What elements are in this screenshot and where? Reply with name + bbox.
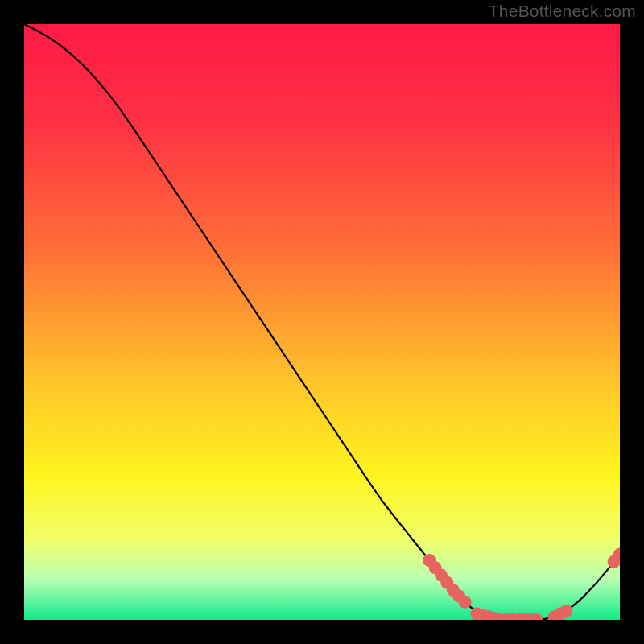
curve-marker [459,596,472,609]
curve-marker [559,605,572,617]
bottleneck-curve-line [24,24,620,620]
watermark-text: TheBottleneck.com [489,2,636,21]
plot-area [24,24,620,620]
curve-markers [423,548,620,620]
chart-svg [24,24,620,620]
